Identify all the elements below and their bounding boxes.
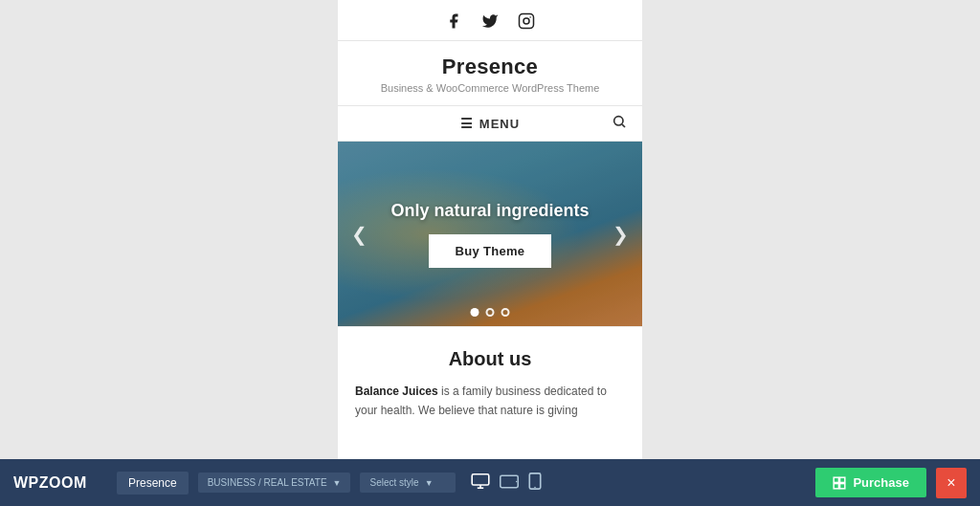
bottom-style-label: Select style [369,477,418,488]
svg-rect-0 [520,14,534,29]
desktop-icon[interactable] [471,473,490,492]
device-icons-group [471,473,542,493]
menu-toggle[interactable]: ☰ MENU [460,116,520,131]
wpzoom-logo: WPZOOM [13,474,100,492]
tablet-landscape-icon[interactable] [500,474,519,492]
style-chevron-down-icon: ▼ [425,478,434,488]
slider-dots [471,308,510,317]
svg-rect-8 [501,475,518,487]
purchase-label: Purchase [853,475,909,490]
about-text-bold: Balance Juices [355,385,438,398]
svg-rect-13 [840,477,845,482]
tablet-portrait-icon[interactable] [528,473,542,493]
hero-title: Only natural ingredients [390,201,589,221]
main-preview-area: Presence Business & WooCommerce WordPres… [0,0,980,459]
purchase-button[interactable]: Purchase [815,468,926,497]
bottom-category-label: BUSINESS / REAL ESTATE [208,477,327,488]
left-gray-area [0,0,338,459]
bottom-category-dropdown[interactable]: BUSINESS / REAL ESTATE ▼ [198,473,351,493]
slider-dot-1[interactable] [471,308,479,317]
menu-bar: ☰ MENU [338,106,642,142]
svg-rect-5 [473,474,490,485]
bottom-theme-name: Presence [117,472,189,495]
svg-point-11 [535,487,537,489]
facebook-icon[interactable] [444,11,463,31]
slider-dot-3[interactable] [501,308,510,317]
slider-next-arrow[interactable]: ❯ [605,215,636,253]
buy-theme-button[interactable]: Buy Theme [429,234,552,268]
about-text: Balance Juices is a family business dedi… [355,382,625,421]
social-bar [338,0,642,41]
site-title: Presence [347,55,633,79]
svg-point-3 [614,117,623,125]
svg-point-9 [516,480,518,482]
twitter-icon[interactable] [480,11,500,31]
svg-rect-15 [840,483,845,488]
purchase-icon [833,476,846,490]
instagram-icon[interactable] [517,11,536,31]
svg-rect-12 [835,477,839,482]
slider-dot-2[interactable] [486,308,495,317]
svg-rect-10 [530,473,541,489]
svg-point-2 [529,16,531,18]
hamburger-icon: ☰ [460,116,474,131]
search-icon[interactable] [612,114,627,133]
close-icon: × [947,474,955,492]
bottom-bar: WPZOOM Presence BUSINESS / REAL ESTATE ▼… [0,459,980,506]
right-gray-area [642,0,980,459]
close-button[interactable]: × [936,468,967,498]
menu-label-text: MENU [479,117,520,131]
svg-rect-14 [835,483,839,488]
site-title-area: Presence Business & WooCommerce WordPres… [338,41,642,106]
hero-content: Only natural ingredients Buy Theme [338,142,642,326]
site-subtitle: Business & WooCommerce WordPress Theme [347,82,633,94]
chevron-down-icon: ▼ [333,478,342,488]
about-section: About us Balance Juices is a family busi… [338,326,642,436]
hero-slider: ❮ Only natural ingredients Buy Theme ❯ [338,142,642,326]
about-title: About us [355,348,625,370]
svg-line-4 [622,124,625,127]
slider-prev-arrow[interactable]: ❮ [344,215,375,253]
bottom-style-dropdown[interactable]: Select style ▼ [360,473,456,493]
center-panel: Presence Business & WooCommerce WordPres… [338,0,642,459]
svg-point-1 [523,18,529,24]
